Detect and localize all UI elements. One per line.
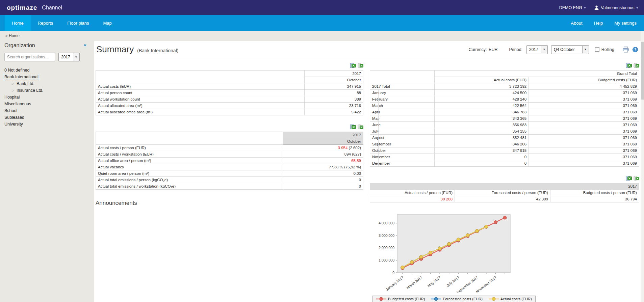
environment-menu[interactable]: DEMO ENG ▾ <box>559 5 586 10</box>
sidebar-collapse-icon[interactable]: « <box>84 42 86 48</box>
monthly-row-august: August352 481371 069 <box>370 135 639 141</box>
summary-ratios-table: 2017 October Actual costs / person (EUR)… <box>96 132 363 190</box>
tab-reports[interactable]: Reports <box>31 15 60 31</box>
help-button[interactable]: ? <box>633 47 638 52</box>
chart-point <box>438 247 441 250</box>
row-value: 77,38 % (75,92 %) <box>283 164 363 170</box>
monthly-header-grand-total: Grand Total <box>435 71 639 77</box>
row-actual: 347 915 <box>435 147 529 154</box>
excel-export-data-icon[interactable] <box>358 63 363 68</box>
table-row-actual-total-emissions-workstation-kgco-e: Actual total emissions / workstation (kg… <box>96 183 363 190</box>
monthly-row-october: October347 915371 069 <box>370 147 639 154</box>
row-label: Quiet room area / person (m²) <box>96 170 283 177</box>
breadcrumb: » Home <box>5 33 20 38</box>
sidebar-item-hospital[interactable]: Hospital <box>4 94 91 101</box>
product-name: Channel <box>42 5 62 11</box>
tab-map[interactable]: Map <box>96 15 119 31</box>
monthly-row-july: July354 155371 069 <box>370 128 639 135</box>
rolling-checkbox[interactable] <box>595 47 599 52</box>
tab-floor-plans[interactable]: Floor plans <box>60 15 96 31</box>
sidebar-item-school[interactable]: School <box>4 107 91 114</box>
legend-item-forecasted-costs-eur[interactable]: Forecasted costs (EUR) <box>431 297 482 301</box>
row-budgeted: 371 069 <box>529 154 639 160</box>
page: optimaze Channel DEMO ENG ▾ Valmennustun… <box>0 0 644 302</box>
expand-arrow-icon[interactable]: ▷ <box>12 82 17 85</box>
legend-item-budgeted-costs-eur[interactable]: Budgeted costs (EUR) <box>376 297 425 301</box>
row-label: Actual office area / person (m²) <box>96 158 283 164</box>
scrollbar-thumb[interactable] <box>641 42 644 100</box>
value-part: 0,00 <box>354 171 361 175</box>
main-nav: HomeReportsFloor plansMap AboutHelpMy se… <box>0 15 644 31</box>
person-value-0: 39 208 <box>370 196 455 202</box>
page-subtitle: (Bank International) <box>137 48 178 53</box>
tab-home[interactable]: Home <box>5 15 31 31</box>
sidebar-item-label: Subleased <box>4 115 24 120</box>
dropdown-arrow-icon: ▼ <box>73 53 79 61</box>
dropdown-arrow-icon: ▼ <box>582 46 588 53</box>
organization-tree: 0 Not definedBank International▷Bank Ltd… <box>4 67 91 128</box>
sidebar-item-bank-international[interactable]: Bank International <box>4 74 91 80</box>
sidebar-item-university[interactable]: University <box>4 121 91 128</box>
value-part: 77,38 % (75,92 %) <box>329 165 361 169</box>
excel-export-icon[interactable] <box>626 175 632 181</box>
chart-point <box>401 266 404 269</box>
sidebar-item-bank-ltd[interactable]: ▷Bank Ltd. <box>4 80 91 87</box>
chart-point <box>494 221 497 224</box>
search-input[interactable] <box>4 53 55 61</box>
nav-tabs: HomeReportsFloor plansMap <box>5 15 119 31</box>
legend-swatch-icon <box>489 297 499 301</box>
print-button[interactable] <box>622 47 629 53</box>
row-value: 894 (627) <box>283 151 363 158</box>
row-label: Actual allocated area (m²) <box>96 103 305 109</box>
currency-value: EUR <box>489 47 497 52</box>
row-label: Actual allocated office area (m²) <box>96 109 305 115</box>
row-label: Actual total emissions / workstation (kg… <box>96 183 283 190</box>
x-tick-label: January 2017 <box>385 275 405 292</box>
excel-export-icon[interactable] <box>626 63 632 68</box>
legend-item-actual-costs-eur[interactable]: Actual costs (EUR) <box>489 297 532 301</box>
x-tick-label: March 2017 <box>406 275 423 290</box>
period-quarter-value: Q4 October <box>551 46 577 54</box>
excel-export-data-icon[interactable] <box>634 175 639 181</box>
chart-point <box>410 260 414 264</box>
vertical-scrollbar[interactable] <box>641 31 644 302</box>
row-label: Actual total emissions / person (kgCO₂e) <box>96 177 283 183</box>
row-label: February <box>370 96 435 103</box>
table-row-actual-vacancy: Actual vacancy77,38 % (75,92 %) <box>96 164 363 170</box>
sidebar-item-subleased[interactable]: Subleased <box>4 114 91 121</box>
monthly-header-empty <box>370 71 435 83</box>
monthly-row-total: 2017 Total3 723 1924 452 829 <box>370 83 639 90</box>
nav-link-my-settings[interactable]: My settings <box>614 21 637 26</box>
sidebar-item-label: Bank International <box>4 75 38 79</box>
sidebar-year-value: 2017 <box>59 53 73 61</box>
dropdown-arrow-icon: ▼ <box>541 46 547 53</box>
monthly-costs-table: Grand Total Actual costs (EUR) Budgeted … <box>370 70 639 167</box>
row-label: 2017 Total <box>370 83 435 90</box>
expand-arrow-icon[interactable]: ▷ <box>12 89 17 92</box>
left-column: 2017 October Actual costs (EUR)347 915Ac… <box>96 63 363 207</box>
sidebar-item-0-not-defined[interactable]: 0 Not defined <box>4 67 91 74</box>
row-budgeted: 371 069 <box>529 160 639 167</box>
excel-export-data-icon[interactable] <box>634 63 639 68</box>
row-budgeted: 371 069 <box>529 90 639 96</box>
period-year-select[interactable]: 2017 ▼ <box>526 45 548 54</box>
user-menu[interactable]: Valmennustunnus ▾ <box>594 5 638 10</box>
nav-link-help[interactable]: Help <box>594 21 603 26</box>
sidebar-year-select[interactable]: 2017 ▼ <box>58 53 80 61</box>
period-label: Period: <box>509 47 522 52</box>
table-row-quiet-room-area-person-m: Quiet room area / person (m²)0,00 <box>96 170 363 177</box>
monthly-row-september: September346 206371 069 <box>370 141 639 147</box>
optimaze-logo[interactable]: optimaze <box>7 4 37 11</box>
excel-export-icon[interactable] <box>350 63 356 68</box>
excel-export-data-icon[interactable] <box>358 124 363 130</box>
sidebar-item-miscellaneous[interactable]: Miscellaneous <box>4 101 91 107</box>
monthly-row-may: May343 365371 069 <box>370 115 639 122</box>
excel-export-icon[interactable] <box>350 124 356 130</box>
sidebar-item-insurance-ltd[interactable]: ▷Insurance Ltd. <box>4 87 91 94</box>
nav-link-about[interactable]: About <box>571 21 583 26</box>
organization-sidebar: Organization « 2017 ▼ 0 Not definedBank … <box>0 42 91 302</box>
rolling-label: Rolling <box>601 47 614 52</box>
period-quarter-select[interactable]: Q4 October ▼ <box>551 45 589 54</box>
summary-counts-table: 2017 October Actual costs (EUR)347 915Ac… <box>96 70 363 115</box>
breadcrumb-home[interactable]: Home <box>9 33 20 38</box>
